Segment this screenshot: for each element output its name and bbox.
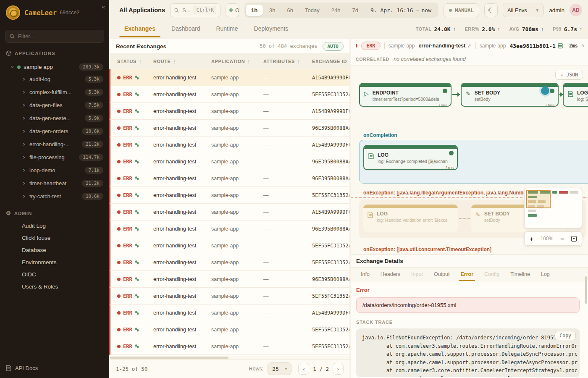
nav-tab[interactable]: Runtime [216, 21, 238, 37]
sidebar-admin-item[interactable]: Audit Log [5, 220, 104, 232]
chevron-right-icon [22, 155, 26, 159]
detail-route-name[interactable]: error-handling-test [418, 43, 472, 49]
table-row[interactable]: ERR error-handling-test sample-app — 5EF… [109, 254, 349, 271]
sidebar-collapse-icon[interactable]: « [102, 3, 105, 10]
date-range-button[interactable]: 9. Apr. 16:16—now [365, 5, 437, 16]
global-search[interactable]: S... Ctrl+K [170, 3, 220, 17]
flow-node-log[interactable]: LOG log: Sta [563, 83, 588, 107]
sidebar-admin-item[interactable]: Database [5, 244, 104, 256]
api-docs-link[interactable]: API Docs [0, 358, 109, 378]
sidebar-route-item[interactable]: data-gen-orders 10.6k [5, 125, 104, 137]
column-header[interactable]: ATTRIBUTES⋮ [263, 59, 312, 64]
next-page-button[interactable]: › [333, 363, 344, 375]
table-row[interactable]: ERR error-handling-test sample-app — 5EF… [109, 338, 349, 355]
time-range-button[interactable]: 3h [264, 5, 281, 16]
manual-refresh-button[interactable]: MANUAL [444, 3, 479, 17]
column-header[interactable]: STATUS⋮ [117, 59, 153, 64]
sidebar-route-item[interactable]: error-handling-... 21.2k [5, 138, 104, 150]
table-row[interactable]: ERR error-handling-test sample-app — 96E… [109, 220, 349, 237]
details-tab[interactable]: Config [484, 268, 499, 281]
column-header[interactable]: APPLICATION⋮ [211, 59, 263, 64]
auto-refresh-badge[interactable]: AUTO [323, 42, 344, 51]
vertical-scrollbar-thumb[interactable] [585, 276, 587, 304]
table-row[interactable]: ERR error-handling-test sample-app — 96E… [109, 170, 349, 187]
filter-input[interactable] [18, 33, 100, 39]
flow-node-endpoint[interactable]: ▷ ENDPOINT timer:errorTest?period=5000&d… [359, 83, 452, 107]
applications-section-header: APPLICATIONS [5, 50, 104, 56]
dark-mode-toggle[interactable]: ☾ [484, 3, 498, 17]
flow-node-exception-log[interactable]: LOG log: Handled validation error: ${exc… [363, 205, 458, 232]
sidebar-route-item[interactable]: try-catch-test 10.6k [5, 190, 104, 202]
zoom-in-button[interactable]: + [530, 235, 533, 242]
column-header[interactable]: EXCHANGE ID⋮ [312, 59, 349, 64]
sidebar-item-sample-app[interactable]: sample app 209.3k [5, 62, 104, 72]
table-row[interactable]: ERR error-handling-test sample-app — 5EF… [109, 321, 349, 338]
correlated-text: no correlated exchanges found [394, 56, 466, 62]
table-row[interactable]: ERR error-handling-test sample-app — 96E… [109, 120, 349, 136]
details-tab[interactable]: Log [541, 268, 550, 281]
table-row[interactable]: ERR error-handling-test sample-app — 96E… [109, 153, 349, 170]
exchange-id-cell: A154B9A999DF0 [312, 75, 349, 81]
nav-tab[interactable]: Dashboard [171, 21, 200, 37]
column-header[interactable]: ROUTE⋮ [153, 59, 211, 64]
minimap-viewport[interactable] [526, 190, 551, 208]
table-row[interactable]: ERR error-handling-test sample-app — 5EF… [109, 187, 349, 204]
stack-trace-block[interactable]: Copy java.io.FileNotFoundException: /dat… [356, 328, 580, 377]
table-row[interactable]: ERR error-handling-test sample-app — 5EF… [109, 288, 349, 304]
details-tab[interactable]: Timeline [510, 268, 530, 281]
time-range-button[interactable]: 1h [246, 5, 263, 16]
nav-tab-label: Dashboard [171, 25, 200, 32]
sidebar-route-item[interactable]: audit-log 5.3k [5, 73, 104, 85]
table-row[interactable]: ERR error-handling-test sample-app — A15… [109, 103, 349, 120]
table-row[interactable]: ERR error-handling-test sample-app — A15… [109, 204, 349, 220]
table-row[interactable]: ERR error-handling-test sample-app — 96E… [109, 271, 349, 288]
details-tab[interactable]: Output [434, 268, 450, 281]
fit-view-button[interactable] [571, 236, 577, 242]
horizontal-scrollbar-thumb[interactable] [110, 357, 228, 359]
details-tab[interactable]: Input [411, 268, 423, 281]
time-range-button[interactable]: Today [299, 5, 325, 16]
details-tab[interactable]: Info [361, 268, 370, 281]
node-title: SET BODY [484, 211, 510, 217]
sidebar-route-item[interactable]: complex-fulfillm... 5.3k [5, 86, 104, 98]
table-row[interactable]: ERR error-handling-test sample-app — A15… [109, 136, 349, 153]
download-json-button[interactable]: ↓ JSON [555, 70, 583, 80]
table-row[interactable]: ERR error-handling-test sample-app — 5EF… [109, 237, 349, 254]
sidebar-route-item[interactable]: loop-demo 7.1k [5, 164, 104, 176]
zoom-out-button[interactable]: − [560, 235, 564, 242]
details-tab[interactable]: Error [460, 268, 473, 281]
flow-node-oncompletion-log[interactable]: LOG log: Exchange completed [${exchan 1m… [363, 145, 458, 170]
sidebar-route-item[interactable]: data-gen-neste... 5.9k [5, 112, 104, 124]
log-file-icon[interactable] [582, 43, 584, 49]
stat-item: ERR% 2.0% ↑ [465, 26, 500, 32]
avatar[interactable]: AD [570, 4, 582, 16]
sidebar-admin-item[interactable]: OIDC [5, 268, 104, 281]
detail-exchange-id[interactable]: 43ee9811b801-1 [509, 43, 563, 49]
sidebar-filter[interactable] [5, 30, 104, 43]
sidebar-admin-item[interactable]: Users & Roles [5, 281, 104, 293]
sidebar-admin-item[interactable]: Environments [5, 256, 104, 268]
flow-node-setbody[interactable]: ✎ SET BODY setBody 0ms [461, 83, 559, 107]
flow-minimap[interactable] [524, 188, 582, 228]
time-range-button[interactable]: 6h [282, 5, 299, 16]
prev-page-button[interactable]: ‹ [298, 363, 309, 375]
attributes-cell: — [263, 75, 312, 81]
copy-button[interactable]: Copy [555, 331, 576, 340]
table-row[interactable]: ERR error-handling-test sample-app — A15… [109, 304, 349, 321]
rows-per-page-select[interactable]: 25 ▼ [268, 362, 291, 375]
nav-tab[interactable]: Exchanges [124, 21, 155, 37]
sidebar-route-item[interactable]: file-processing 114.7k [5, 151, 104, 163]
route-flow-canvas[interactable]: ↓ JSON ▷ ENDPOINT timer:errorTest?period… [351, 66, 588, 255]
sidebar-route-item[interactable]: timer-heartbeat 21.2k [5, 177, 104, 189]
nav-tab[interactable]: Deployments [254, 21, 289, 37]
table-row[interactable]: ERR error-handling-test sample-app — A15… [109, 69, 349, 86]
online-status-button[interactable]: O [226, 3, 239, 17]
sidebar-route-item[interactable]: data-gen-files 7.5k [5, 99, 104, 111]
table-row[interactable]: ERR error-handling-test sample-app — 5EF… [109, 86, 349, 103]
application-cell: sample-app [211, 344, 263, 349]
environment-select[interactable]: All Envs ▼ [503, 3, 544, 17]
time-range-button[interactable]: 7d [346, 5, 363, 16]
details-tab[interactable]: Headers [381, 268, 400, 281]
time-range-button[interactable]: 24h [326, 5, 346, 16]
sidebar-admin-item[interactable]: ClickHouse [5, 232, 104, 244]
